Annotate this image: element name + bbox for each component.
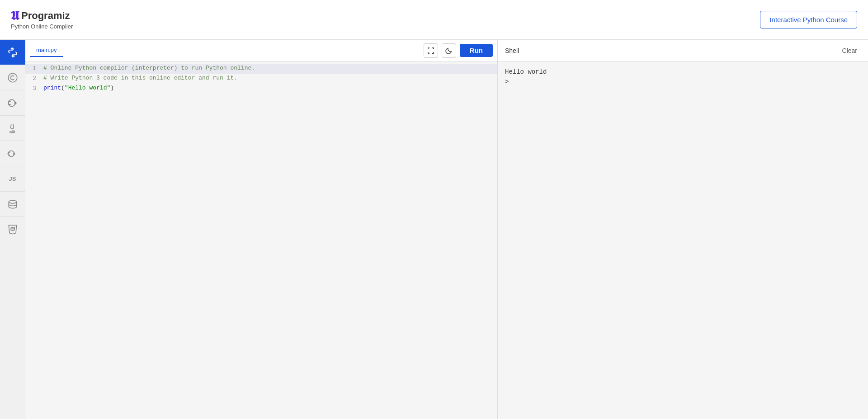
code-editor[interactable]: 1 # Online Python compiler (interpreter)… [25,61,497,419]
fullscreen-icon [427,47,434,54]
sidebar: JS [0,40,25,419]
editor-toolbar: main.py Run [25,40,497,61]
js-label: JS [9,175,16,182]
sidebar-item-csharp[interactable] [0,141,25,166]
line-number-3: 3 [25,85,43,92]
c-icon [7,72,19,84]
logo-subtitle: Python Online Compiler [11,23,73,30]
line-number-1: 1 [25,65,43,72]
line-content-1: # Online Python compiler (interpreter) t… [43,65,497,71]
main-layout: JS main.py [0,40,868,419]
shell-toolbar: Shell Clear [498,40,868,61]
html-icon [7,224,19,235]
shell-label: Shell [505,47,839,54]
sidebar-item-c[interactable] [0,65,25,90]
code-line-2: 2 # Write Python 3 code in this online e… [25,74,497,84]
darkmode-button[interactable] [442,43,456,58]
moon-icon [445,47,453,54]
code-line-1: 1 # Online Python compiler (interpreter)… [25,64,497,74]
sidebar-item-cpp[interactable] [0,90,25,116]
svg-point-0 [8,73,17,82]
shell-prompt-line: > [505,77,861,87]
shell-prompt: > [505,78,509,85]
header: 𝖀 Programiz Python Online Compiler Inter… [0,0,868,40]
shell-area: Shell Clear Hello world > [497,40,868,419]
java-icon [7,122,19,134]
shell-output[interactable]: Hello world > [498,61,868,419]
line-number-2: 2 [25,75,43,82]
logo-title: 𝖀 Programiz [11,9,73,22]
cpp-icon [7,97,19,109]
editor-area: main.py Run 1 # Online Python compiler (… [25,40,497,419]
sql-icon [7,198,19,210]
logo-text: Programiz [21,10,70,22]
line-content-2: # Write Python 3 code in this online edi… [43,75,497,81]
logo-icon: 𝖀 [11,9,19,22]
svg-point-8 [9,200,16,203]
sidebar-item-js[interactable]: JS [0,166,25,192]
svg-point-1 [8,99,15,106]
run-button[interactable]: Run [460,44,493,57]
shell-output-line-1: Hello world [505,67,861,77]
svg-point-4 [8,151,14,156]
logo-area: 𝖀 Programiz Python Online Compiler [11,9,73,30]
fullscreen-button[interactable] [424,43,438,58]
sidebar-item-java[interactable] [0,116,25,141]
csharp-icon [7,148,19,160]
line-content-3: print("Hello world") [43,85,497,91]
interactive-course-button[interactable]: Interactive Python Course [760,11,857,28]
sidebar-item-python[interactable] [0,40,25,65]
file-tab-main[interactable]: main.py [30,44,63,57]
clear-button[interactable]: Clear [839,45,861,56]
code-line-3: 3 print("Hello world") [25,84,497,94]
sidebar-item-sql[interactable] [0,192,25,217]
python-icon [7,47,19,58]
sidebar-item-html[interactable] [0,217,25,242]
